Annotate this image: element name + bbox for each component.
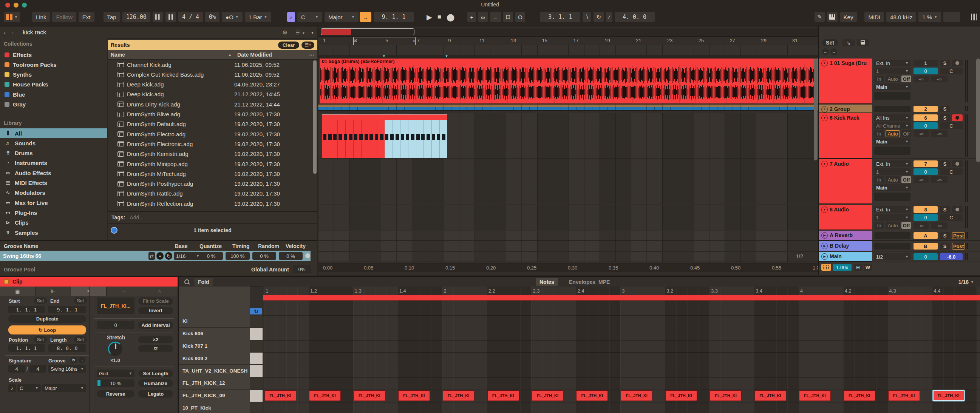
set-end-button[interactable]: Set bbox=[74, 297, 87, 304]
clear-search-icon[interactable]: ⊗ bbox=[283, 29, 288, 36]
result-row[interactable]: Channel Kick.adg11.06.2025, 09:52 bbox=[108, 60, 312, 70]
output-selector[interactable]: Main▼ bbox=[874, 184, 910, 191]
hot-swap-icon[interactable]: ⇄ bbox=[148, 252, 155, 260]
track-number-display[interactable]: 2 bbox=[913, 106, 938, 112]
midi-note[interactable]: FL_JTH_KI bbox=[621, 390, 652, 401]
main-output-selector[interactable]: 1/2▼ bbox=[874, 253, 910, 260]
set-start-button[interactable]: Set bbox=[34, 297, 47, 304]
arrangement-scrollbar[interactable] bbox=[814, 59, 818, 160]
punch-in-button[interactable]: ∖ bbox=[582, 12, 592, 22]
midi-note[interactable]: FL_JTH_KI bbox=[799, 390, 831, 401]
unfold-track-icon[interactable]: ▼ bbox=[821, 206, 828, 213]
draw-mode-button[interactable]: ✎ bbox=[815, 12, 825, 22]
nudge-down-button[interactable] bbox=[153, 12, 163, 22]
unfold-track-icon[interactable]: ▼ bbox=[821, 115, 828, 121]
clip-start-field[interactable]: 1. 1. 1 bbox=[8, 306, 45, 313]
sidebar-item-audio-effects[interactable]: ⏛Audio Effects bbox=[0, 168, 107, 178]
scale-mode-button[interactable]: ♪ bbox=[287, 12, 296, 22]
sidebar-item-modulators[interactable]: ∿Modulators bbox=[0, 188, 107, 198]
result-row[interactable]: DrumSynth Kemistri.adg19.02.2020, 17:30 bbox=[108, 149, 312, 159]
locator-marker[interactable]: ▾ bbox=[445, 54, 448, 59]
tab-expression[interactable]: ⁘ bbox=[107, 286, 142, 296]
transpose-field[interactable]: 0 bbox=[97, 321, 135, 329]
root-note-selector[interactable]: C▼ bbox=[298, 12, 322, 22]
midi-note[interactable]: FL_JTH_KI bbox=[844, 390, 875, 401]
add-interval-button[interactable]: Add Interval bbox=[138, 321, 173, 329]
track-input-well[interactable] bbox=[874, 92, 910, 100]
pan-field[interactable]: C bbox=[940, 168, 963, 175]
pad-preview-cell[interactable] bbox=[250, 390, 262, 402]
result-row[interactable]: DrumSynth MiTech.adg19.02.2020, 17:30 bbox=[108, 169, 312, 179]
sidebar-collection-toolroom-packs[interactable]: Toolroom Packs bbox=[0, 60, 107, 70]
set-position-button[interactable]: Set bbox=[34, 336, 47, 343]
track-input-well[interactable] bbox=[874, 243, 910, 249]
play-button[interactable]: ▶ bbox=[425, 12, 434, 22]
track-name-6-kick-rack[interactable]: ▼6 Kick Rack bbox=[819, 113, 872, 159]
overview-view-box[interactable] bbox=[321, 28, 414, 35]
midi-note[interactable]: FL_JTH_KI bbox=[264, 390, 296, 401]
result-row[interactable]: Drums Dirty Kick.adg21.12.2022, 14:44 bbox=[108, 99, 312, 109]
midi-note[interactable]: FL_JTH_KI bbox=[309, 390, 341, 401]
arm-record-button[interactable] bbox=[952, 114, 963, 121]
pad-preview-cell[interactable] bbox=[250, 365, 262, 377]
arm-record-button[interactable] bbox=[952, 206, 963, 213]
tab-mpe[interactable]: MPE bbox=[595, 278, 614, 286]
pad-preview-cell[interactable] bbox=[250, 353, 262, 364]
humanize-button[interactable]: Humanize bbox=[138, 380, 173, 387]
monitor-off-button[interactable]: Off bbox=[901, 222, 911, 229]
commit-groove-icon[interactable]: ↻ bbox=[165, 252, 172, 260]
column-name[interactable]: Name bbox=[111, 52, 125, 58]
computer-midi-keyboard-button[interactable] bbox=[827, 12, 838, 22]
input-channel-selector[interactable]: All Channe▼ bbox=[874, 122, 910, 129]
volume-field[interactable]: 0 bbox=[913, 122, 938, 129]
global-amount-field[interactable]: 0% bbox=[293, 265, 311, 273]
fit-to-scale-button[interactable]: Fit to Scale bbox=[138, 297, 173, 305]
pad-loop-toggle[interactable]: ↻ bbox=[250, 308, 262, 315]
groove-row[interactable]: Swing 16ths 66 ⇄ ▪ ↻ 1/16▼ 0 % 100 % 0 %… bbox=[0, 251, 310, 261]
monitor-auto-button[interactable]: Auto bbox=[886, 176, 900, 183]
scale-icon[interactable]: ♪ bbox=[8, 384, 16, 392]
save-groove-icon[interactable]: ▪ bbox=[156, 252, 164, 260]
tab-mpe[interactable]: ◌ bbox=[142, 286, 177, 296]
return-letter-display[interactable]: A bbox=[913, 232, 938, 239]
track-name-7-audio[interactable]: ▼7 Audio bbox=[819, 159, 872, 204]
post-toggle[interactable]: Post bbox=[952, 232, 965, 239]
metronome-button[interactable]: ●O▼ bbox=[222, 12, 243, 22]
output-selector[interactable]: Main▼ bbox=[874, 138, 910, 145]
return-letter-display[interactable]: B bbox=[913, 243, 938, 249]
monitor-auto-button[interactable]: Auto bbox=[886, 222, 900, 229]
next-locator-button[interactable]: → bbox=[830, 48, 837, 55]
clip-name-display[interactable]: FL_JTH_KI... bbox=[97, 297, 135, 314]
monitor-off-button[interactable]: Off bbox=[901, 76, 911, 82]
pad-preview-cell[interactable] bbox=[250, 328, 262, 340]
solo-button[interactable]: S bbox=[940, 106, 950, 112]
track-lane-7-audio[interactable] bbox=[318, 159, 818, 204]
duplicate-button[interactable]: Duplicate bbox=[8, 315, 86, 323]
results-scrollbar[interactable] bbox=[313, 60, 317, 174]
groove-pool-label[interactable]: Groove Pool bbox=[4, 267, 35, 273]
slope-tool-button[interactable]: ↘ bbox=[843, 39, 854, 46]
midi-note[interactable]: FL_JTH_KI bbox=[576, 390, 608, 401]
monitor-auto-button[interactable]: Auto bbox=[886, 130, 900, 137]
groove-timing-field[interactable]: 100 % bbox=[226, 252, 250, 260]
tab-clip-launch[interactable]: ▣ bbox=[0, 286, 35, 296]
sidebar-item-instruments[interactable]: ◔Instruments bbox=[0, 158, 107, 168]
midi-note[interactable]: FL_JTH_KI bbox=[754, 390, 786, 401]
stretch-div2-button[interactable]: /2 bbox=[138, 345, 173, 352]
meter-a-field[interactable]: -∞ bbox=[913, 222, 929, 229]
drum-pad-name[interactable]: FL_JTH_KICK_12 bbox=[179, 377, 250, 389]
meter-b-field[interactable]: -∞ bbox=[931, 176, 948, 183]
session-view-toggle[interactable] bbox=[970, 12, 979, 22]
track-name-main[interactable]: ▶Main bbox=[819, 252, 872, 262]
drum-pad-name[interactable]: Kick 606 bbox=[179, 328, 250, 340]
volume-field[interactable]: 0 bbox=[913, 214, 938, 221]
search-forward-button[interactable]: › bbox=[10, 27, 16, 37]
search-input[interactable]: kick rack bbox=[23, 29, 46, 36]
stop-button[interactable]: ■ bbox=[436, 12, 443, 22]
midi-note[interactable]: FL_JTH_KI bbox=[710, 390, 741, 401]
return-lane-b-delay[interactable] bbox=[318, 241, 818, 251]
midi-note[interactable]: FL_JTH_KI bbox=[398, 390, 430, 401]
track-name-8-audio[interactable]: ▼8 Audio bbox=[819, 205, 872, 230]
arm-record-button[interactable] bbox=[952, 60, 963, 67]
record-button[interactable]: ⬤ bbox=[445, 12, 456, 22]
